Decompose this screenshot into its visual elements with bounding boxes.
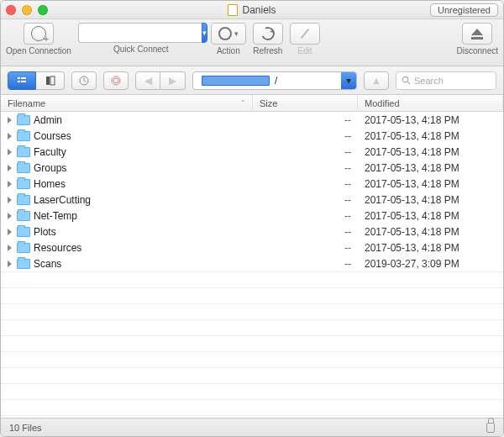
cell-modified: 2017-05-13, 4:18 PM [358,226,503,238]
cell-size: -- [253,210,358,222]
main-toolbar: Open Connection ▾ Quick Connect ▾ Action… [1,19,503,66]
open-connection-label: Open Connection [6,46,71,55]
svg-point-9 [402,76,407,82]
cell-modified: 2017-05-13, 4:18 PM [358,162,503,174]
action-button[interactable]: ▾ [211,23,246,45]
disclosure-triangle-icon[interactable] [8,117,12,124]
quick-connect-input[interactable] [78,23,202,43]
nav-back-forward: ◀ ▶ [135,71,186,90]
empty-row [1,319,503,335]
svg-rect-5 [50,76,55,85]
cell-size: -- [253,258,358,270]
folder-icon [17,179,30,189]
empty-row [1,287,503,303]
view-list-button[interactable] [8,71,36,90]
sort-ascending-icon: ˄ [241,99,245,108]
cell-filename: Groups [1,162,253,174]
filename-text: Groups [34,162,66,174]
column-filename[interactable]: Filename ˄ [1,95,253,111]
disclosure-triangle-icon[interactable] [8,197,12,203]
open-connection-button[interactable] [24,23,54,45]
go-up-button: ▲ [364,71,389,90]
filename-text: Homes [34,178,66,190]
cell-filename: Net-Temp [1,210,253,222]
refresh-icon [260,25,277,43]
volume-icon [202,76,270,86]
cell-filename: Homes [1,178,253,190]
cell-modified: 2017-05-13, 4:18 PM [358,146,503,158]
cell-size: -- [253,114,358,126]
table-row[interactable]: Homes--2017-05-13, 4:18 PM [1,176,503,192]
unregistered-button[interactable]: Unregistered [430,3,498,17]
bonjour-icon [111,76,121,86]
table-row[interactable]: Faculty--2017-05-13, 4:18 PM [1,144,503,160]
filename-text: Faculty [34,146,66,158]
view-mode-segment [8,71,65,90]
disclosure-triangle-icon[interactable] [8,261,12,267]
filename-text: LaserCutting [34,194,91,206]
refresh-button[interactable] [253,23,283,45]
cell-modified: 2017-05-13, 4:18 PM [358,178,503,190]
secondary-toolbar: ◀ ▶ / ▾ ▲ Search [1,66,503,95]
history-button[interactable] [71,71,97,90]
disclosure-triangle-icon[interactable] [8,229,12,235]
nav-forward-button: ▶ [160,71,186,90]
table-row[interactable]: LaserCutting--2017-05-13, 4:18 PM [1,192,503,208]
cell-filename: Plots [1,226,253,238]
filename-text: Resources [34,242,81,254]
file-listing[interactable]: Admin--2017-05-13, 4:18 PMCourses--2017-… [1,112,503,418]
empty-row [1,399,503,415]
close-window-button[interactable] [6,5,16,15]
disconnect-button[interactable] [462,23,492,45]
status-bar: 10 Files [1,418,503,436]
column-size[interactable]: Size [253,95,358,111]
cell-filename: LaserCutting [1,194,253,206]
table-row[interactable]: Resources--2017-05-13, 4:18 PM [1,240,503,255]
quick-connect-label: Quick Connect [113,45,169,54]
disclosure-triangle-icon[interactable] [8,181,12,187]
disclosure-triangle-icon[interactable] [8,213,12,219]
folder-icon [17,147,30,157]
disclosure-triangle-icon[interactable] [8,165,12,171]
empty-row [1,335,503,351]
table-row[interactable]: Admin--2017-05-13, 4:18 PM [1,112,503,128]
filename-text: Admin [34,114,62,126]
table-row[interactable]: Plots--2017-05-13, 4:18 PM [1,224,503,240]
filename-text: Courses [34,130,71,142]
path-dropdown[interactable]: ▾ [341,72,356,89]
refresh-label: Refresh [253,46,282,55]
quick-connect-combo[interactable]: ▾ [78,23,204,43]
column-modified[interactable]: Modified [358,95,503,111]
search-field[interactable]: Search [396,71,496,90]
bonjour-button[interactable] [103,71,129,90]
path-combo[interactable]: / ▾ [192,71,357,90]
traffic-lights [6,5,48,15]
table-row[interactable]: Groups--2017-05-13, 4:18 PM [1,160,503,176]
cell-modified: 2017-05-13, 4:18 PM [358,130,503,142]
table-row[interactable]: Scans--2019-03-27, 3:09 PM [1,255,503,271]
empty-row [1,303,503,319]
svg-rect-1 [21,77,26,79]
cell-modified: 2017-05-13, 4:18 PM [358,242,503,254]
folder-icon [17,115,30,125]
cell-size: -- [253,130,358,142]
zoom-window-button[interactable] [38,5,48,15]
empty-row [1,351,503,367]
svg-rect-4 [46,76,50,85]
cell-size: -- [253,226,358,238]
disclosure-triangle-icon[interactable] [8,149,12,155]
cell-modified: 2017-05-13, 4:18 PM [358,210,503,222]
view-outline-button[interactable] [36,71,65,90]
filename-text: Scans [34,258,61,270]
cell-modified: 2019-03-27, 3:09 PM [358,258,503,270]
table-row[interactable]: Net-Temp--2017-05-13, 4:18 PM [1,208,503,224]
table-row[interactable]: Courses--2017-05-13, 4:18 PM [1,128,503,144]
disclosure-triangle-icon[interactable] [8,133,12,140]
cell-modified: 2017-05-13, 4:18 PM [358,114,503,126]
cell-filename: Scans [1,258,253,270]
quick-connect-dropdown[interactable]: ▾ [202,23,207,43]
minimize-window-button[interactable] [22,5,32,15]
cell-filename: Faculty [1,146,253,158]
svg-rect-2 [18,81,20,82]
disclosure-triangle-icon[interactable] [8,245,12,251]
